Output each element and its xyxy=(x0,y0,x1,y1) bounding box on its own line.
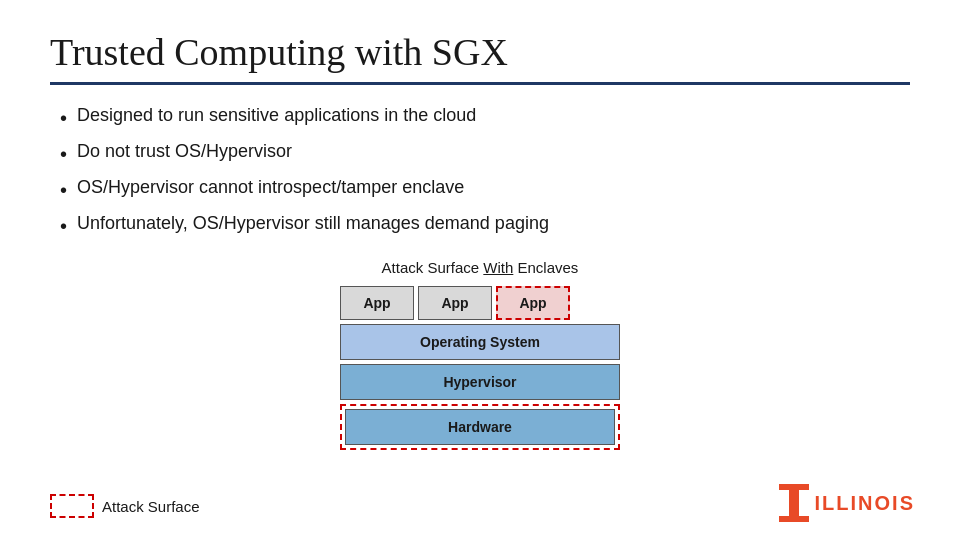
diagram-title-underline: With xyxy=(483,259,513,276)
slide: Trusted Computing with SGX • Designed to… xyxy=(0,0,960,540)
hypervisor-box: Hypervisor xyxy=(340,364,620,400)
legend-box-icon xyxy=(50,494,94,518)
bullet-item-4: • Unfortunately, OS/Hypervisor still man… xyxy=(60,213,910,239)
app-box-1: App xyxy=(340,286,414,320)
illinois-text: ILLINOIS xyxy=(815,492,915,515)
os-box: Operating System xyxy=(340,324,620,360)
bullet-dot-2: • xyxy=(60,141,67,167)
bullet-text-3: OS/Hypervisor cannot introspect/tamper e… xyxy=(77,177,464,198)
diagram-area: Attack Surface With Enclaves App App App… xyxy=(50,259,910,450)
legend-label: Attack Surface xyxy=(102,498,200,515)
diagram-title-end: Enclaves xyxy=(513,259,578,276)
attack-legend: Attack Surface xyxy=(50,494,200,518)
bullet-item-2: • Do not trust OS/Hypervisor xyxy=(60,141,910,167)
illinois-logo: ILLINOIS xyxy=(779,484,915,522)
bullet-item-3: • OS/Hypervisor cannot introspect/tamper… xyxy=(60,177,910,203)
diagram-title: Attack Surface With Enclaves xyxy=(382,259,579,276)
hardware-box: Hardware xyxy=(345,409,615,445)
svg-rect-0 xyxy=(779,484,809,490)
apps-row: App App App xyxy=(340,286,620,320)
bullet-text-4: Unfortunately, OS/Hypervisor still manag… xyxy=(77,213,549,234)
slide-title: Trusted Computing with SGX xyxy=(50,30,910,74)
bullet-list: • Designed to run sensitive applications… xyxy=(50,105,910,239)
title-divider xyxy=(50,82,910,85)
bullet-text-1: Designed to run sensitive applications i… xyxy=(77,105,476,126)
svg-rect-1 xyxy=(779,516,809,522)
bullet-item-1: • Designed to run sensitive applications… xyxy=(60,105,910,131)
illinois-i-icon xyxy=(779,484,809,522)
bullet-dot-1: • xyxy=(60,105,67,131)
app-box-attack: App xyxy=(496,286,570,320)
app-box-2: App xyxy=(418,286,492,320)
bullet-dot-3: • xyxy=(60,177,67,203)
svg-rect-2 xyxy=(789,490,799,516)
bullet-text-2: Do not trust OS/Hypervisor xyxy=(77,141,292,162)
hardware-wrapper: Hardware xyxy=(340,404,620,450)
diagram-title-normal: Attack Surface xyxy=(382,259,484,276)
diagram-box: App App App Operating System Hypervisor … xyxy=(340,286,620,450)
bullet-dot-4: • xyxy=(60,213,67,239)
